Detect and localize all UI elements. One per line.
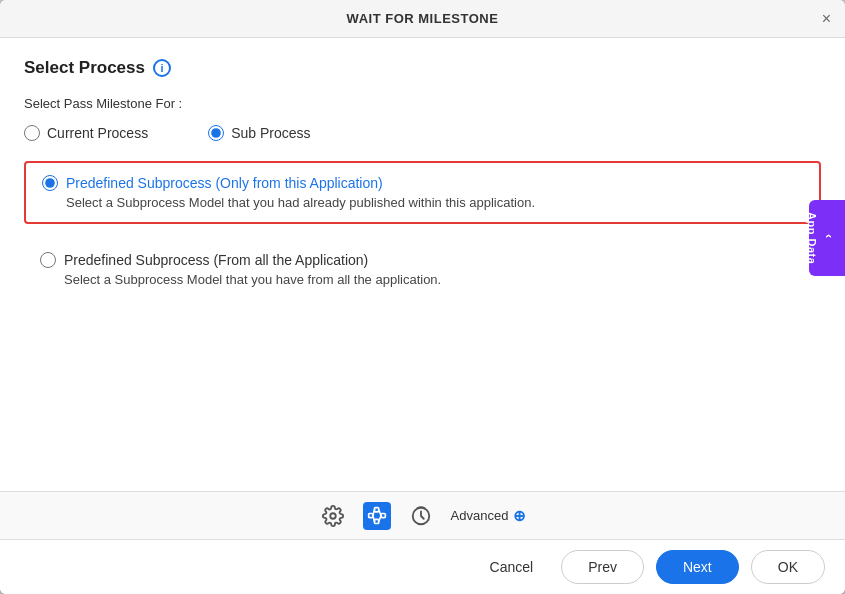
option2-row: Predefined Subprocess (From all the Appl…	[40, 252, 805, 268]
flow-icon[interactable]	[363, 502, 391, 530]
modal-title: WAIT FOR MILESTONE	[347, 11, 499, 26]
next-button[interactable]: Next	[656, 550, 739, 584]
close-button[interactable]: ×	[822, 11, 831, 27]
select-milestone-label: Select Pass Milestone For :	[24, 96, 821, 111]
modal-body: Select Process i Select Pass Milestone F…	[0, 38, 845, 491]
app-data-tab[interactable]: ‹ App Data	[809, 200, 845, 276]
radio-subprocess-label: Sub Process	[231, 125, 310, 141]
advanced-plus-icon: ⊕	[513, 507, 526, 525]
option1-radio[interactable]	[42, 175, 58, 191]
advanced-label: Advanced	[451, 508, 509, 523]
option1-title: Predefined Subprocess (Only from this Ap…	[66, 175, 383, 191]
settings-icon[interactable]	[319, 502, 347, 530]
option1-row: Predefined Subprocess (Only from this Ap…	[42, 175, 803, 191]
section-title-text: Select Process	[24, 58, 145, 78]
cancel-button[interactable]: Cancel	[474, 551, 550, 583]
svg-line-6	[372, 515, 374, 521]
modal-overlay: WAIT FOR MILESTONE × Select Process i Se…	[0, 0, 845, 594]
option1-desc: Select a Subprocess Model that you had a…	[66, 195, 803, 210]
process-radio-row: Current Process Sub Process	[24, 125, 821, 141]
radio-current-process-input[interactable]	[24, 125, 40, 141]
app-data-label: App Data	[806, 212, 818, 264]
svg-point-0	[330, 513, 336, 519]
radio-current-process-label: Current Process	[47, 125, 148, 141]
svg-line-7	[378, 509, 381, 515]
advanced-button[interactable]: Advanced ⊕	[451, 507, 527, 525]
option-predefined-this-app: Predefined Subprocess (Only from this Ap…	[24, 161, 821, 224]
option-predefined-all-apps: Predefined Subprocess (From all the Appl…	[24, 242, 821, 297]
radio-current-process[interactable]: Current Process	[24, 125, 148, 141]
modal-header: WAIT FOR MILESTONE ×	[0, 0, 845, 38]
modal-dialog: WAIT FOR MILESTONE × Select Process i Se…	[0, 0, 845, 594]
ok-button[interactable]: OK	[751, 550, 825, 584]
option2-title: Predefined Subprocess (From all the Appl…	[64, 252, 368, 268]
radio-subprocess[interactable]: Sub Process	[208, 125, 310, 141]
radio-subprocess-input[interactable]	[208, 125, 224, 141]
svg-line-5	[372, 509, 374, 515]
timer-icon[interactable]	[407, 502, 435, 530]
option2-radio[interactable]	[40, 252, 56, 268]
section-title-row: Select Process i	[24, 58, 821, 78]
info-icon[interactable]: i	[153, 59, 171, 77]
footer-icon-bar: Advanced ⊕	[0, 491, 845, 539]
svg-line-8	[378, 515, 381, 521]
chevron-left-icon: ‹	[822, 234, 837, 239]
option2-desc: Select a Subprocess Model that you have …	[64, 272, 805, 287]
footer-actions: Cancel Prev Next OK	[0, 539, 845, 594]
prev-button[interactable]: Prev	[561, 550, 644, 584]
